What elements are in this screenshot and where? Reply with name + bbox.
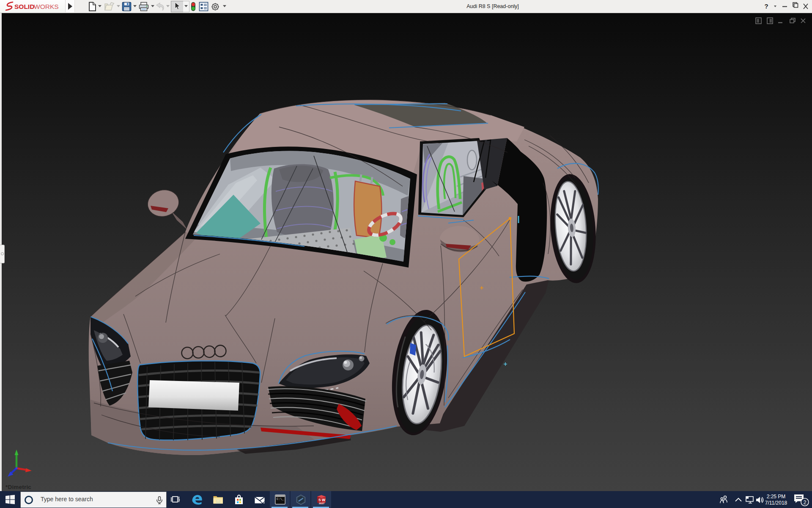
svg-text:SOLID: SOLID [14, 3, 34, 10]
svg-text:W: W [322, 498, 326, 502]
svg-text:2: 2 [804, 500, 807, 505]
svg-text:S: S [318, 498, 321, 502]
svg-text:2017: 2017 [319, 502, 325, 505]
svg-text:C:\_: C:\_ [277, 497, 284, 501]
svg-text:WORKS: WORKS [34, 3, 59, 10]
